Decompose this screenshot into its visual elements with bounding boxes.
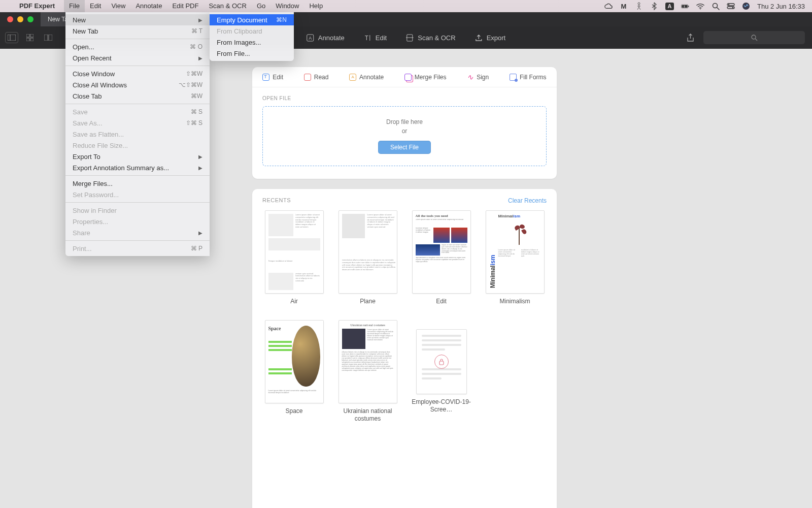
svg-text:A: A: [309, 36, 312, 41]
doc-name: Space: [285, 407, 302, 416]
doc-thumbnail: Lorem ipsum dolor sit amet consectetur a…: [265, 210, 324, 294]
file-menu-item[interactable]: New▶: [65, 14, 210, 25]
recent-doc-locked[interactable]: Employee-COVID-19-Scree…: [410, 320, 473, 423]
open-file-label: OPEN FILE: [262, 96, 547, 101]
keyboard-input-icon[interactable]: A: [665, 3, 674, 10]
zoom-window-button[interactable]: [27, 16, 33, 22]
quick-action-label: Edit: [273, 74, 283, 81]
menu-item-label: Export Annotation Summary as...: [73, 164, 169, 172]
menu-shortcut: ⇧⌘W: [186, 70, 202, 77]
svg-rect-28: [439, 361, 444, 365]
macos-menubar: PDF Expert File Edit View Annotate Edit …: [0, 0, 812, 12]
toolbar-annotate[interactable]: AAnnotate: [307, 34, 345, 42]
menubar-clock[interactable]: Thu 2 Jun 16:33: [757, 3, 805, 10]
chevron-right-icon: ▶: [198, 165, 202, 171]
merge-icon: [404, 74, 412, 81]
menu-item-label: Properties...: [73, 218, 108, 226]
recent-doc-air[interactable]: Lorem ipsum dolor sit amet consectetur a…: [262, 210, 326, 306]
thumb-title: Ukrainian national costumes: [342, 324, 394, 327]
menu-shortcut: ⌘ O: [190, 43, 202, 50]
quick-action-label: Sign: [477, 74, 489, 81]
menu-item-label: From Images...: [217, 39, 261, 46]
thumb-title: Space: [268, 326, 281, 331]
file-menu-item: Show in Finder: [65, 205, 210, 216]
file-menu-item[interactable]: Open Recent▶: [65, 52, 210, 64]
annotate-icon: A: [349, 74, 356, 81]
siri-icon[interactable]: [742, 2, 750, 10]
svg-rect-15: [30, 34, 33, 37]
quick-action-label: Merge Files: [415, 74, 447, 81]
quick-action-read[interactable]: Read: [304, 74, 329, 81]
menu-shortcut: ⌘N: [276, 16, 287, 23]
toolbar-export[interactable]: Export: [475, 34, 506, 42]
recent-doc-plane[interactable]: Lorem ipsum dolor sit amet consectetur a…: [336, 210, 399, 306]
drop-or: or: [402, 128, 408, 135]
battery-icon[interactable]: [681, 2, 689, 10]
creative-cloud-icon[interactable]: [604, 2, 613, 10]
menu-help[interactable]: Help: [304, 0, 328, 12]
file-menu-item[interactable]: Open...⌘ O: [65, 41, 210, 52]
menu-file[interactable]: File: [64, 0, 85, 12]
search-field[interactable]: [703, 31, 805, 44]
menu-item-label: Share: [73, 229, 90, 237]
file-menu-item[interactable]: Close Window⇧⌘W: [65, 68, 210, 79]
recent-doc-ukrainian[interactable]: Ukrainian national costumes Lorem ipsum …: [336, 320, 399, 423]
toolbar-scan-ocr[interactable]: Scan & OCR: [406, 34, 455, 42]
menu-item-label: Close All Windows: [73, 81, 127, 89]
select-file-button[interactable]: Select File: [378, 141, 431, 154]
doc-thumbnail: Ukrainian national costumes Lorem ipsum …: [339, 320, 397, 403]
menu-view[interactable]: View: [106, 0, 130, 12]
chevron-right-icon: ▶: [198, 17, 202, 23]
menu-item-label: Set Password...: [73, 191, 119, 199]
wifi-icon[interactable]: [696, 2, 704, 10]
menu-window[interactable]: Window: [270, 0, 304, 12]
menu-item-label: Merge Files...: [73, 180, 113, 187]
bluetooth-icon[interactable]: [650, 2, 658, 10]
menu-go[interactable]: Go: [252, 0, 270, 12]
clear-recents-button[interactable]: Clear Recents: [508, 197, 547, 204]
quick-action-edit[interactable]: TEdit: [262, 74, 283, 81]
split-view-button[interactable]: [42, 32, 55, 43]
spotlight-icon[interactable]: [712, 2, 720, 10]
menu-edit[interactable]: Edit: [85, 0, 106, 12]
app-menu[interactable]: PDF Expert: [14, 0, 60, 12]
new-submenu-item[interactable]: From File...: [210, 48, 294, 59]
status-icon-m[interactable]: M: [620, 2, 628, 10]
file-menu-item[interactable]: Close Tab⌘W: [65, 90, 210, 102]
recent-doc-space[interactable]: Space Lorem ipsum dolor sit amet consect…: [262, 320, 326, 423]
file-menu-item[interactable]: Close All Windows⌥⇧⌘W: [65, 79, 210, 90]
sidebar-toggle-button[interactable]: [5, 32, 18, 43]
recent-doc-edit[interactable]: All the tools you need Lorem ipsum dolor…: [410, 210, 473, 306]
file-menu-item[interactable]: Export To▶: [65, 151, 210, 162]
menu-item-label: New Tab: [73, 27, 98, 35]
menu-annotate[interactable]: Annotate: [130, 0, 167, 12]
quick-action-merge[interactable]: Merge Files: [404, 74, 447, 81]
doc-name: Air: [290, 298, 298, 306]
quick-action-annotate[interactable]: AAnnotate: [349, 74, 384, 81]
toolbar-edit[interactable]: TEdit: [364, 34, 387, 42]
doc-name: Employee-COVID-19-Scree…: [411, 398, 472, 414]
new-submenu-item[interactable]: From Images...: [210, 37, 294, 48]
status-icon-figure[interactable]: [635, 2, 643, 10]
share-button[interactable]: [684, 31, 696, 44]
quick-action-fill-forms[interactable]: Fill Forms: [510, 74, 547, 81]
menu-item-label: From File...: [217, 50, 250, 57]
control-center-icon[interactable]: [727, 2, 735, 10]
file-menu-item[interactable]: New Tab⌘ T: [65, 25, 210, 37]
recent-doc-minimalism[interactable]: Minimalism Minimalism Lorem ipsum dolor …: [483, 210, 547, 306]
quick-action-sign[interactable]: ∿Sign: [467, 73, 489, 82]
menu-scan-ocr[interactable]: Scan & OCR: [204, 0, 251, 12]
menu-edit-pdf[interactable]: Edit PDF: [167, 0, 204, 12]
recents-label: RECENTS: [262, 197, 291, 204]
svg-rect-17: [30, 38, 33, 41]
new-submenu-item[interactable]: Empty Document⌘N: [210, 14, 294, 25]
export-icon: [475, 34, 483, 42]
drop-zone[interactable]: Drop file here or Select File: [262, 106, 547, 166]
minimize-window-button[interactable]: [17, 16, 23, 22]
thumbnails-view-button[interactable]: [23, 32, 37, 43]
lock-icon: [434, 355, 449, 369]
file-menu-item[interactable]: Merge Files...: [65, 178, 210, 189]
menu-item-label: Open Recent: [73, 54, 112, 62]
file-menu-item[interactable]: Export Annotation Summary as...▶: [65, 162, 210, 173]
close-window-button[interactable]: [7, 16, 13, 22]
